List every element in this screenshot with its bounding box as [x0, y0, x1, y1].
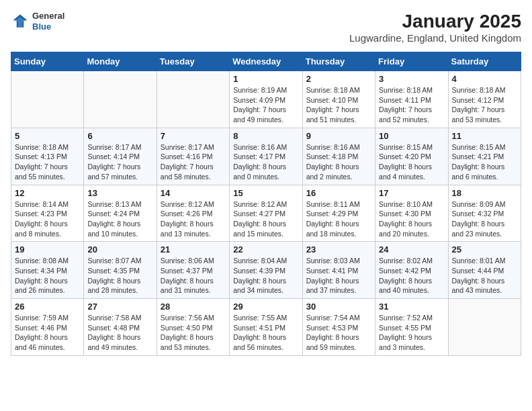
day-number: 2 [306, 74, 371, 84]
calendar-week-row: 19Sunrise: 8:08 AMSunset: 4:34 PMDayligh… [11, 242, 521, 299]
calendar-cell: 28Sunrise: 7:56 AMSunset: 4:50 PMDayligh… [157, 299, 229, 356]
day-number: 6 [87, 131, 152, 141]
day-info: Sunrise: 8:02 AMSunset: 4:42 PMDaylight:… [379, 256, 444, 295]
day-number: 31 [379, 302, 444, 312]
day-number: 9 [306, 131, 371, 141]
calendar-cell: 26Sunrise: 7:59 AMSunset: 4:46 PMDayligh… [11, 299, 84, 356]
weekday-header: Friday [375, 52, 448, 71]
calendar-cell: 5Sunrise: 8:18 AMSunset: 4:13 PMDaylight… [11, 128, 84, 185]
calendar-cell: 16Sunrise: 8:11 AMSunset: 4:29 PMDayligh… [302, 185, 375, 242]
day-info: Sunrise: 8:17 AMSunset: 4:14 PMDaylight:… [87, 142, 152, 182]
day-info: Sunrise: 8:14 AMSunset: 4:23 PMDaylight:… [15, 199, 80, 239]
calendar-table: SundayMondayTuesdayWednesdayThursdayFrid… [11, 52, 521, 356]
day-number: 4 [452, 74, 517, 84]
day-info: Sunrise: 8:08 AMSunset: 4:34 PMDaylight:… [15, 256, 80, 295]
title-block: January 2025 Lugwardine, England, United… [349, 11, 521, 44]
day-info: Sunrise: 8:03 AMSunset: 4:41 PMDaylight:… [306, 256, 371, 295]
day-number: 18 [452, 188, 517, 198]
day-number: 19 [15, 244, 80, 255]
calendar-cell [84, 71, 157, 128]
day-info: Sunrise: 7:54 AMSunset: 4:53 PMDaylight:… [306, 313, 371, 353]
calendar-title: January 2025 [349, 11, 521, 32]
day-number: 27 [87, 302, 152, 312]
logo-icon [11, 12, 30, 31]
weekday-header: Monday [84, 52, 157, 71]
logo-blue: Blue [32, 21, 64, 32]
weekday-row: SundayMondayTuesdayWednesdayThursdayFrid… [11, 52, 521, 71]
weekday-header: Sunday [11, 52, 84, 71]
calendar-cell: 29Sunrise: 7:55 AMSunset: 4:51 PMDayligh… [230, 299, 302, 356]
day-info: Sunrise: 8:18 AMSunset: 4:12 PMDaylight:… [452, 85, 517, 125]
day-info: Sunrise: 7:52 AMSunset: 4:55 PMDaylight:… [379, 313, 444, 353]
day-info: Sunrise: 8:16 AMSunset: 4:18 PMDaylight:… [306, 142, 371, 182]
calendar-cell: 12Sunrise: 8:14 AMSunset: 4:23 PMDayligh… [11, 185, 84, 242]
calendar-subtitle: Lugwardine, England, United Kingdom [349, 32, 521, 44]
calendar-cell: 1Sunrise: 8:19 AMSunset: 4:09 PMDaylight… [230, 71, 302, 128]
calendar-cell: 17Sunrise: 8:10 AMSunset: 4:30 PMDayligh… [375, 185, 448, 242]
day-number: 21 [161, 244, 226, 255]
day-info: Sunrise: 8:15 AMSunset: 4:20 PMDaylight:… [379, 142, 444, 182]
day-info: Sunrise: 8:04 AMSunset: 4:39 PMDaylight:… [233, 256, 298, 295]
calendar-cell: 23Sunrise: 8:03 AMSunset: 4:41 PMDayligh… [302, 242, 375, 299]
day-info: Sunrise: 8:09 AMSunset: 4:32 PMDaylight:… [452, 199, 517, 239]
calendar-cell: 11Sunrise: 8:15 AMSunset: 4:21 PMDayligh… [448, 128, 521, 185]
calendar-cell: 21Sunrise: 8:06 AMSunset: 4:37 PMDayligh… [157, 242, 229, 299]
day-info: Sunrise: 8:07 AMSunset: 4:35 PMDaylight:… [87, 256, 152, 295]
day-info: Sunrise: 8:12 AMSunset: 4:26 PMDaylight:… [161, 199, 226, 239]
day-number: 24 [379, 244, 444, 255]
day-number: 7 [161, 131, 226, 141]
calendar-cell: 13Sunrise: 8:13 AMSunset: 4:24 PMDayligh… [84, 185, 157, 242]
calendar-cell: 27Sunrise: 7:58 AMSunset: 4:48 PMDayligh… [84, 299, 157, 356]
calendar-cell: 10Sunrise: 8:15 AMSunset: 4:20 PMDayligh… [375, 128, 448, 185]
day-number: 14 [161, 188, 226, 198]
day-info: Sunrise: 8:12 AMSunset: 4:27 PMDaylight:… [233, 199, 298, 239]
day-info: Sunrise: 8:18 AMSunset: 4:11 PMDaylight:… [379, 85, 444, 125]
day-number: 30 [306, 302, 371, 312]
day-number: 20 [87, 244, 152, 255]
day-info: Sunrise: 8:06 AMSunset: 4:37 PMDaylight:… [161, 256, 226, 295]
calendar-header: SundayMondayTuesdayWednesdayThursdayFrid… [11, 52, 521, 71]
day-number: 13 [87, 188, 152, 198]
day-number: 22 [233, 244, 298, 255]
calendar-cell [157, 71, 229, 128]
calendar-cell: 24Sunrise: 8:02 AMSunset: 4:42 PMDayligh… [375, 242, 448, 299]
day-number: 23 [306, 244, 371, 255]
calendar-cell: 9Sunrise: 8:16 AMSunset: 4:18 PMDaylight… [302, 128, 375, 185]
day-info: Sunrise: 8:15 AMSunset: 4:21 PMDaylight:… [452, 142, 517, 182]
calendar-week-row: 1Sunrise: 8:19 AMSunset: 4:09 PMDaylight… [11, 71, 521, 128]
calendar-cell [11, 71, 84, 128]
day-number: 5 [15, 131, 80, 141]
calendar-cell: 6Sunrise: 8:17 AMSunset: 4:14 PMDaylight… [84, 128, 157, 185]
calendar-week-row: 5Sunrise: 8:18 AMSunset: 4:13 PMDaylight… [11, 128, 521, 185]
day-number: 1 [233, 74, 298, 84]
day-info: Sunrise: 8:18 AMSunset: 4:10 PMDaylight:… [306, 85, 371, 125]
day-number: 16 [306, 188, 371, 198]
day-number: 11 [452, 131, 517, 141]
day-info: Sunrise: 8:10 AMSunset: 4:30 PMDaylight:… [379, 199, 444, 239]
page-header: General Blue January 2025 Lugwardine, En… [11, 11, 521, 44]
day-number: 15 [233, 188, 298, 198]
calendar-cell: 31Sunrise: 7:52 AMSunset: 4:55 PMDayligh… [375, 299, 448, 356]
day-info: Sunrise: 7:58 AMSunset: 4:48 PMDaylight:… [87, 313, 152, 353]
day-number: 25 [452, 244, 517, 255]
logo-general: General [32, 11, 64, 21]
day-info: Sunrise: 7:56 AMSunset: 4:50 PMDaylight:… [161, 313, 226, 353]
weekday-header: Wednesday [230, 52, 302, 71]
day-info: Sunrise: 8:16 AMSunset: 4:17 PMDaylight:… [233, 142, 298, 182]
day-number: 3 [379, 74, 444, 84]
day-info: Sunrise: 7:55 AMSunset: 4:51 PMDaylight:… [233, 313, 298, 353]
logo-text: General Blue [32, 11, 64, 32]
calendar-cell: 25Sunrise: 8:01 AMSunset: 4:44 PMDayligh… [448, 242, 521, 299]
day-number: 28 [161, 302, 226, 312]
day-info: Sunrise: 7:59 AMSunset: 4:46 PMDaylight:… [15, 313, 80, 353]
day-info: Sunrise: 8:01 AMSunset: 4:44 PMDaylight:… [452, 256, 517, 295]
logo: General Blue [11, 11, 64, 32]
calendar-cell: 3Sunrise: 8:18 AMSunset: 4:11 PMDaylight… [375, 71, 448, 128]
day-number: 8 [233, 131, 298, 141]
day-info: Sunrise: 8:13 AMSunset: 4:24 PMDaylight:… [87, 199, 152, 239]
day-number: 29 [233, 302, 298, 312]
day-info: Sunrise: 8:11 AMSunset: 4:29 PMDaylight:… [306, 199, 371, 239]
day-info: Sunrise: 8:19 AMSunset: 4:09 PMDaylight:… [233, 85, 298, 125]
calendar-cell: 15Sunrise: 8:12 AMSunset: 4:27 PMDayligh… [230, 185, 302, 242]
calendar-cell [448, 299, 521, 356]
